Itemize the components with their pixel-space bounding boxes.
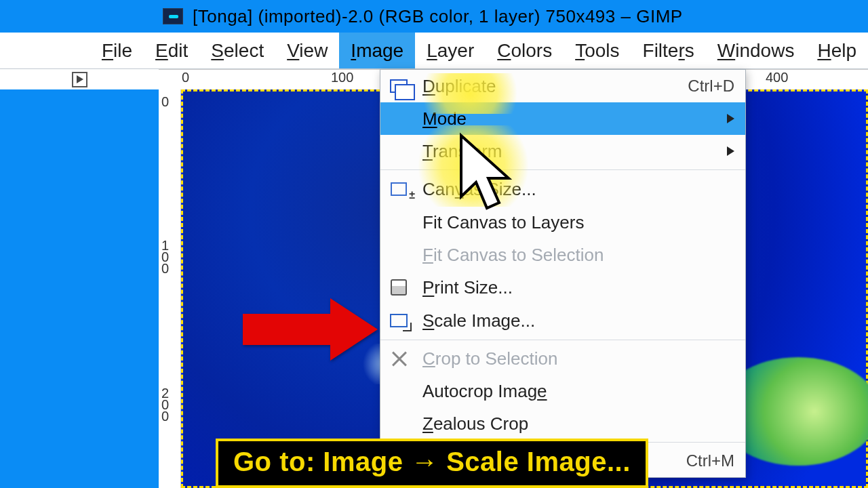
menu-view[interactable]: View: [275, 33, 339, 68]
menu-layer[interactable]: Layer: [415, 33, 486, 68]
submenu-arrow-icon: [727, 146, 734, 156]
canvas-size-icon: [387, 179, 410, 199]
menu-edit[interactable]: Edit: [144, 33, 199, 68]
app-icon: [163, 8, 183, 24]
menu-bar: File Edit Select View Image Layer Colors…: [0, 33, 868, 69]
vruler-tick-0: 0: [161, 96, 169, 108]
menu-item-duplicate[interactable]: Duplicate Ctrl+D: [380, 70, 745, 102]
red-arrow-annotation: [243, 298, 378, 361]
menu-item-transform[interactable]: Transform: [380, 135, 745, 167]
submenu-arrow-icon: [727, 114, 734, 123]
duplicate-icon: [387, 76, 410, 96]
title-bar: [Tonga] (imported)-2.0 (RGB color, 1 lay…: [0, 0, 868, 33]
svg-marker-0: [461, 136, 509, 208]
print-size-icon: [387, 277, 410, 298]
menu-item-zealous-crop[interactable]: Zealous Crop: [380, 407, 745, 440]
scale-image-icon: [387, 310, 410, 331]
cursor-icon: [454, 132, 522, 220]
vruler-tick-200: 200: [161, 388, 169, 422]
menu-windows[interactable]: Windows: [706, 33, 806, 68]
hruler-tick-100: 100: [331, 70, 353, 85]
ruler-origin-button[interactable]: [72, 72, 87, 87]
menu-item-mode[interactable]: Mode: [380, 102, 745, 135]
image-dropdown: Duplicate Ctrl+D Mode Transform Canvas S…: [380, 69, 746, 478]
menu-filters[interactable]: Filters: [631, 33, 706, 68]
shortcut-flatten: Ctrl+M: [686, 451, 734, 470]
menu-help[interactable]: Help: [806, 33, 868, 68]
window-title: [Tonga] (imported)-2.0 (RGB color, 1 lay…: [193, 6, 683, 27]
vertical-ruler: 0 100 200: [159, 89, 181, 488]
menu-item-print-size[interactable]: Print Size...: [380, 271, 745, 304]
vruler-tick-100: 100: [161, 240, 169, 274]
menu-file[interactable]: File: [90, 33, 144, 68]
menu-image[interactable]: Image: [339, 33, 415, 68]
menu-item-autocrop[interactable]: Autocrop Image: [380, 375, 745, 407]
menu-item-fit-canvas-selection: Fit Canvas to Selection: [380, 239, 745, 271]
menu-tools[interactable]: Tools: [564, 33, 631, 68]
menu-select[interactable]: Select: [199, 33, 275, 68]
menu-item-crop-selection: Crop to Selection: [380, 342, 745, 375]
instruction-caption: Go to: Image → Scale Image...: [216, 439, 648, 488]
menu-item-scale-image[interactable]: Scale Image...: [380, 304, 745, 338]
menu-item-fit-canvas-layers[interactable]: Fit Canvas to Layers: [380, 206, 745, 239]
menu-colors[interactable]: Colors: [486, 33, 564, 68]
crop-icon: [387, 348, 410, 369]
shortcut-duplicate: Ctrl+D: [688, 77, 734, 96]
hruler-tick-400: 400: [766, 70, 788, 85]
menu-item-canvas-size[interactable]: Canvas Size...: [380, 172, 745, 206]
hruler-tick-0: 0: [182, 70, 189, 85]
